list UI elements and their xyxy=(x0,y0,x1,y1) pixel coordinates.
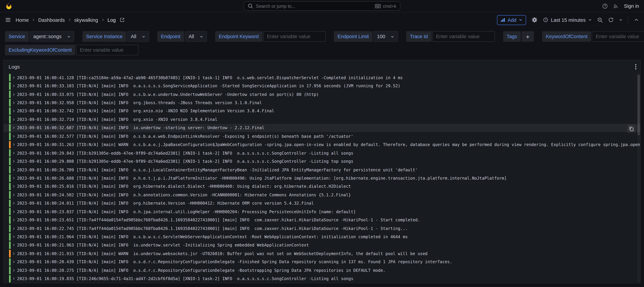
expand-log-chevron-icon[interactable] xyxy=(12,168,15,172)
log-text: 2023-09-01 16:00:32.719 [TID:N/A] [main]… xyxy=(17,117,217,122)
variable-input[interactable] xyxy=(432,31,495,42)
time-range-picker[interactable]: Last 15 minutes xyxy=(543,17,592,23)
log-text: 2023-09-01 16:00:29.808 [TID:b291305e-ed… xyxy=(17,159,354,164)
expand-log-chevron-icon[interactable] xyxy=(12,84,15,88)
breadcrumb-dashboards[interactable]: Dashboards xyxy=(38,17,65,23)
log-row[interactable]: 2023-09-01 16:00:33.103 [TID:N/A] [main]… xyxy=(4,82,640,90)
log-row[interactable]: 2023-09-01 16:00:23.651 [TID:fa4ff44da01… xyxy=(4,216,640,224)
nav-toolbar: Home Dashboards skywalking Log Add xyxy=(0,12,644,27)
collapse-topbar-chevron-up-icon[interactable] xyxy=(634,17,639,23)
refresh-interval-chevron-icon[interactable] xyxy=(619,18,623,22)
chevron-down-icon xyxy=(391,35,394,38)
expand-log-chevron-icon[interactable] xyxy=(12,277,15,281)
refresh-icon[interactable] xyxy=(608,17,614,23)
log-row[interactable]: 2023-09-01 16:00:26.709 [TID:N/A] [main]… xyxy=(4,166,640,174)
variable-input[interactable] xyxy=(76,45,138,55)
log-level-bar-warn xyxy=(9,141,10,148)
share-icon[interactable] xyxy=(120,17,125,23)
log-row[interactable]: 2023-09-01 16:00:32.577 [TID:N/A] [main]… xyxy=(4,132,640,140)
expand-log-chevron-icon[interactable] xyxy=(12,193,15,197)
expand-log-chevron-icon[interactable] xyxy=(12,243,15,247)
log-row[interactable]: 2023-09-01 16:00:21.963 [TID:N/A] [main]… xyxy=(4,241,640,249)
log-row[interactable]: 2023-09-01 16:00:32.742 [TID:N/A] [main]… xyxy=(4,107,640,115)
scrollbar-thumb[interactable] xyxy=(638,75,640,135)
variable-value-dropdown[interactable]: 100 xyxy=(374,31,398,42)
expand-log-chevron-icon[interactable] xyxy=(12,92,15,96)
search-icon xyxy=(248,3,253,8)
grafana-logo-icon[interactable] xyxy=(5,2,13,10)
variable-value-dropdown[interactable]: All xyxy=(185,31,207,42)
expand-log-chevron-icon[interactable] xyxy=(12,185,15,188)
variable-service-instance: Service InstanceAll xyxy=(82,31,149,42)
log-row[interactable]: 2023-09-01 16:00:41.128 [TID:ca25184e-a5… xyxy=(4,73,640,82)
expand-log-chevron-icon[interactable] xyxy=(12,201,15,205)
variable-input[interactable] xyxy=(263,31,326,42)
dashboard-settings-gear-icon[interactable] xyxy=(532,17,538,23)
expand-log-chevron-icon[interactable] xyxy=(12,126,15,130)
expand-log-chevron-icon[interactable] xyxy=(12,160,15,163)
expand-log-chevron-icon[interactable] xyxy=(12,118,15,121)
expand-log-chevron-icon[interactable] xyxy=(12,218,15,222)
log-row[interactable]: 2023-09-01 16:00:19.835 [TID:246c9655-dc… xyxy=(4,275,640,283)
breadcrumb-home[interactable]: Home xyxy=(16,17,29,23)
log-text: 2023-09-01 16:00:21.963 [TID:N/A] [main]… xyxy=(17,243,309,248)
log-row[interactable]: 2023-09-01 16:00:22.745 [TID:fa4ff44da01… xyxy=(4,224,640,233)
log-text: 2023-09-01 16:00:32.577 [TID:N/A] [main]… xyxy=(17,134,354,139)
menu-toggle-icon[interactable] xyxy=(5,17,11,23)
search-input[interactable]: Search or jump to... cmd+k xyxy=(244,1,400,11)
expand-log-chevron-icon[interactable] xyxy=(12,210,15,214)
variables-row-2: ExcludingKeywordOfContent xyxy=(5,45,639,55)
log-row[interactable]: 2023-09-01 16:00:20.275 [TID:N/A] [main]… xyxy=(4,266,640,275)
expand-log-chevron-icon[interactable] xyxy=(12,76,15,79)
variable-value-dropdown[interactable]: agent::songs xyxy=(30,31,74,42)
log-row[interactable]: 2023-09-01 16:00:20.439 [TID:N/A] [main]… xyxy=(4,258,640,266)
log-row[interactable]: 2023-09-01 16:00:29.808 [TID:b291305e-ed… xyxy=(4,157,640,166)
log-row[interactable]: 2023-09-01 16:00:21.964 [TID:N/A] [main]… xyxy=(4,233,640,241)
log-row[interactable]: 2023-09-01 16:00:31.263 [TID:N/A] [main]… xyxy=(4,140,640,149)
log-row[interactable]: 2023-09-01 16:00:33.075 [TID:N/A] [main]… xyxy=(4,90,640,99)
expand-log-chevron-icon[interactable] xyxy=(12,235,15,239)
copy-log-button[interactable] xyxy=(627,125,636,133)
breadcrumb-dashboard-name[interactable]: skywalking xyxy=(74,17,98,23)
log-row[interactable]: 2023-09-01 16:00:21.915 [TID:N/A] [main]… xyxy=(4,249,640,258)
log-row[interactable]: 2023-09-01 16:00:32.958 [TID:N/A] [main]… xyxy=(4,99,640,107)
expand-log-chevron-icon[interactable] xyxy=(12,176,15,180)
expand-log-chevron-icon[interactable] xyxy=(12,227,15,230)
expand-log-chevron-icon[interactable] xyxy=(12,260,15,264)
log-level-bar-info xyxy=(9,200,10,207)
panel-menu-button[interactable] xyxy=(635,64,636,70)
log-row[interactable]: 2023-09-01 16:00:32.719 [TID:N/A] [main]… xyxy=(4,115,640,124)
log-row[interactable]: 2023-09-01 16:00:24.011 [TID:N/A] [main]… xyxy=(4,199,640,208)
clock-icon xyxy=(543,17,548,23)
log-row[interactable]: 2023-09-01 16:00:25.016 [TID:N/A] [main]… xyxy=(4,182,640,191)
news-icon[interactable] xyxy=(613,3,619,8)
add-button[interactable]: Add xyxy=(497,15,526,25)
expand-log-chevron-icon[interactable] xyxy=(12,101,15,105)
chevron-right-icon xyxy=(68,18,71,22)
expand-log-chevron-icon[interactable] xyxy=(12,269,15,272)
log-row[interactable]: 2023-09-01 16:00:23.837 [TID:N/A] [main]… xyxy=(4,208,640,216)
log-level-bar-info xyxy=(9,149,10,157)
zoom-out-time-icon[interactable] xyxy=(597,17,603,23)
expand-log-chevron-icon[interactable] xyxy=(12,151,15,155)
variable-input[interactable] xyxy=(592,31,644,42)
log-row[interactable]: 2023-09-01 16:00:24.502 [TID:N/A] [main]… xyxy=(4,191,640,199)
expand-log-chevron-icon[interactable] xyxy=(12,252,15,256)
log-row[interactable]: 2023-09-01 16:00:26.688 [TID:N/A] [main]… xyxy=(4,174,640,182)
topbar-left xyxy=(5,2,91,10)
panel-header: Logs xyxy=(4,60,640,73)
log-row[interactable]: 2023-09-01 16:00:32.687 [TID:N/A] [main]… xyxy=(4,124,640,132)
variable-service: Serviceagent::songs xyxy=(5,31,74,42)
log-text: 2023-09-01 16:00:32.958 [TID:N/A] [main]… xyxy=(17,100,262,105)
expand-log-chevron-icon[interactable] xyxy=(12,109,15,113)
expand-log-chevron-icon[interactable] xyxy=(12,143,15,147)
help-icon[interactable] xyxy=(602,3,608,9)
graph-bar-icon xyxy=(501,17,505,22)
variable-value-dropdown[interactable]: All xyxy=(127,31,149,42)
log-level-bar-info xyxy=(9,116,10,123)
expand-log-chevron-icon[interactable] xyxy=(12,134,15,138)
sign-in-link[interactable]: Sign in xyxy=(624,3,639,9)
add-tag-button[interactable]: + xyxy=(522,31,534,42)
toolbar-divider xyxy=(628,16,628,23)
log-row[interactable]: 2023-09-01 16:00:29.843 [TID:b291305e-ed… xyxy=(4,149,640,157)
